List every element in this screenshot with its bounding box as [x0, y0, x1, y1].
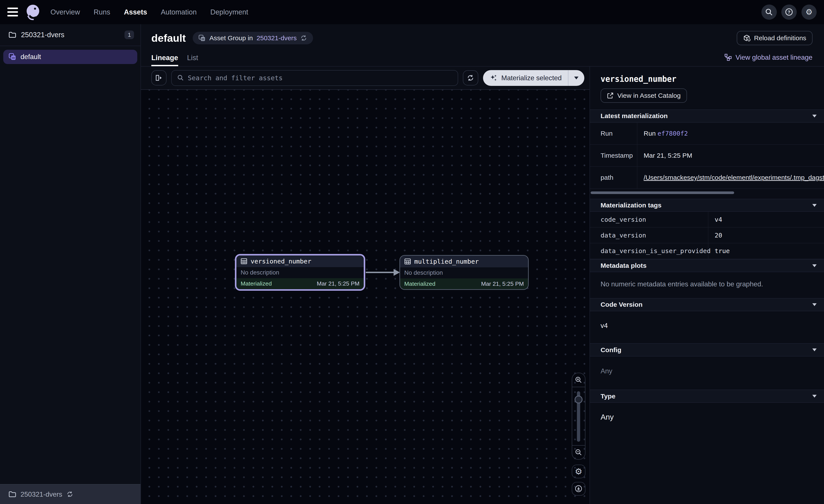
view-tabs: Lineage List [151, 54, 198, 66]
folder-icon [8, 490, 16, 498]
metadata-plots-empty-message: No numeric metadata entries available to… [590, 272, 824, 298]
asset-node-name: versioned_number [251, 258, 311, 265]
run-id-link[interactable]: ef7800f2 [657, 130, 688, 137]
nav-automation[interactable]: Automation [161, 8, 197, 16]
zoom-in-icon [575, 376, 582, 384]
materialize-selected-button[interactable]: Materialize selected [483, 70, 568, 86]
asset-node-description: No description [400, 267, 528, 278]
sidebar-item-label: default [21, 53, 41, 61]
external-link-icon [607, 92, 614, 99]
tag-key: data_version_is_user_provided [590, 243, 708, 259]
tab-lineage[interactable]: Lineage [151, 54, 178, 66]
row-key: Timestamp [590, 145, 637, 166]
tabs-row: Lineage List View global asset lineage [141, 50, 824, 66]
asset-node-description: No description [236, 267, 364, 278]
badge-code-location-link[interactable]: 250321-dvers [256, 34, 297, 42]
config-value: Any [590, 357, 824, 390]
materialize-split-button: Materialize selected [483, 70, 585, 86]
sidebar-footer-code-location[interactable]: 250321-dvers [0, 484, 140, 504]
reload-definitions-label: Reload definitions [754, 34, 806, 42]
zoom-out-icon [575, 449, 582, 456]
asset-detail-panel: versioned_number View in Asset Catalog L… [590, 67, 824, 504]
nav-overview[interactable]: Overview [50, 8, 80, 16]
table-row: path /Users/smackesey/stm/code/elementl/… [590, 167, 824, 189]
lineage-edge-arrow [364, 267, 401, 278]
graph-settings-button[interactable]: ⚙ [572, 465, 586, 478]
panel-asset-title: versioned_number [590, 67, 824, 84]
badge-prefix: Asset Group in [209, 34, 253, 42]
section-metadata-plots[interactable]: Metadata plots [590, 259, 824, 272]
asset-group-icon [8, 53, 16, 60]
tag-key: data_version [590, 228, 708, 243]
lineage-graph-icon [724, 54, 732, 61]
chevron-down-icon [812, 115, 817, 117]
horizontal-scrollbar[interactable] [591, 192, 734, 194]
asset-group-badge: Asset Group in 250321-dvers [193, 32, 313, 44]
table-row: Timestamp Mar 21, 5:25 PM [590, 145, 824, 167]
chevron-down-icon [812, 204, 817, 207]
group-count-badge: 1 [124, 30, 134, 39]
code-location-name: 250321-dvers [21, 31, 64, 39]
chevron-down-icon [812, 349, 817, 351]
section-code-version[interactable]: Code Version [590, 298, 824, 311]
section-materialization-tags[interactable]: Materialization tags [590, 199, 824, 212]
graph-toolbar: Materialize selected [141, 67, 590, 90]
nav-runs[interactable]: Runs [94, 8, 110, 16]
materialize-selected-label: Materialize selected [501, 74, 561, 82]
download-graph-button[interactable] [572, 482, 586, 496]
path-link[interactable]: /Users/smackesey/stm/code/elementl/exper… [637, 174, 824, 181]
tab-list[interactable]: List [187, 54, 198, 66]
main-area: default Asset Group in 250321-dvers [141, 24, 824, 504]
zoom-in-button[interactable] [572, 373, 585, 387]
row-value: Run ef7800f2 [637, 130, 824, 137]
row-value: Mar 21, 5:25 PM [637, 152, 824, 159]
asset-node-name: multiplied_number [414, 258, 479, 265]
zoom-slider[interactable] [572, 387, 585, 446]
lineage-graph-canvas[interactable]: versioned_number No description Material… [141, 90, 590, 504]
asset-node-multiplied-number[interactable]: multiplied_number No description Materia… [399, 255, 529, 290]
asset-node-versioned-number[interactable]: versioned_number No description Material… [235, 254, 365, 290]
run-label: Run [644, 130, 656, 137]
table-icon [240, 258, 247, 265]
section-latest-materialization[interactable]: Latest materialization [590, 109, 824, 123]
section-title: Materialization tags [601, 202, 661, 209]
view-in-asset-catalog-button[interactable]: View in Asset Catalog [601, 89, 687, 103]
dagster-logo[interactable] [24, 4, 41, 20]
sync-icon [467, 74, 474, 82]
chevron-down-icon [812, 395, 817, 398]
reload-definitions-button[interactable]: Reload definitions [737, 31, 812, 45]
row-key: path [590, 167, 637, 188]
asset-search-box [171, 70, 458, 86]
toggle-sidebar-panel-button[interactable] [151, 70, 167, 86]
materialize-dropdown-caret[interactable] [569, 70, 584, 86]
folder-icon [8, 31, 16, 39]
type-value: Any [590, 403, 824, 434]
table-row: data_version 20 [590, 228, 824, 243]
refresh-graph-button[interactable] [463, 70, 478, 86]
table-icon [404, 258, 411, 265]
zoom-slider-thumb[interactable] [575, 396, 583, 403]
section-config[interactable]: Config [590, 343, 824, 357]
reload-sync-icon[interactable] [67, 491, 73, 498]
search-icon[interactable] [761, 5, 777, 20]
topbar-actions: ? ⚙ [761, 5, 817, 20]
search-input[interactable] [188, 74, 452, 82]
section-type[interactable]: Type [590, 390, 824, 403]
section-title: Config [601, 346, 621, 354]
svg-text:?: ? [788, 9, 791, 14]
help-icon[interactable]: ? [781, 5, 797, 20]
asset-group-icon [198, 34, 206, 42]
zoom-out-button[interactable] [572, 446, 585, 459]
hamburger-menu-icon[interactable] [7, 8, 18, 16]
table-row: code_version v4 [590, 212, 824, 228]
sidebar-item-default[interactable]: default [3, 50, 137, 64]
nav-assets[interactable]: Assets [124, 8, 147, 16]
sidebar-code-location[interactable]: 250321-dvers 1 [0, 24, 140, 46]
nav-deployment[interactable]: Deployment [210, 8, 248, 16]
view-global-asset-lineage-link[interactable]: View global asset lineage [724, 53, 812, 66]
chevron-down-icon [812, 303, 817, 306]
reload-sync-icon[interactable] [300, 35, 307, 41]
settings-gear-icon[interactable]: ⚙ [802, 5, 817, 20]
page-header: default Asset Group in 250321-dvers [141, 24, 824, 50]
app-window: Overview Runs Assets Automation Deployme… [0, 0, 824, 504]
